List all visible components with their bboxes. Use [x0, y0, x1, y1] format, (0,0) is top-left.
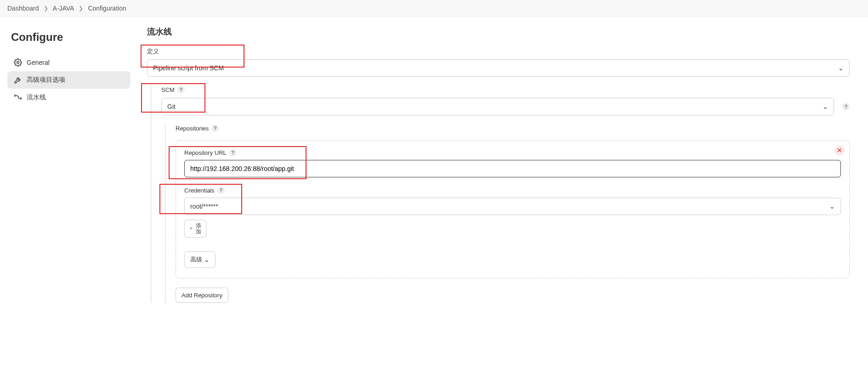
repositories-label: Repositories: [176, 125, 209, 132]
add-repository-button[interactable]: Add Repository: [176, 288, 228, 303]
chevron-down-icon: ⌄: [838, 64, 844, 72]
sidebar-item-label: General: [27, 59, 50, 66]
page-title: Configure: [11, 31, 127, 44]
chevron-down-icon: ⌄: [823, 103, 828, 110]
definition-value: Pipeline script from SCM: [153, 64, 224, 72]
sidebar-item-label: 流水线: [27, 93, 46, 102]
credentials-value: root/******: [190, 203, 218, 210]
breadcrumb-page[interactable]: Configuration: [88, 5, 126, 12]
scm-select[interactable]: Git ⌄: [161, 98, 834, 115]
help-icon[interactable]: ?: [229, 149, 237, 156]
advanced-label: 高级: [190, 255, 202, 264]
help-icon[interactable]: ?: [217, 187, 225, 194]
definition-label: 定义: [147, 47, 850, 56]
sidebar: Configure General 高级项目选项 流水线: [0, 17, 138, 321]
add-credentials-label: 添加: [196, 223, 201, 234]
credentials-label: Credentials: [184, 187, 215, 194]
pipeline-icon: [14, 93, 22, 102]
sidebar-item-advanced[interactable]: 高级项目选项: [7, 71, 130, 89]
gear-icon: [14, 58, 22, 67]
repo-url-label: Repository URL: [184, 149, 227, 156]
chevron-right-icon: ❯: [79, 5, 83, 11]
chevron-right-icon: ❯: [44, 5, 48, 11]
credentials-select[interactable]: root/****** ⌄: [184, 198, 841, 215]
main-content: 流水线 定义 Pipeline script from SCM ⌄ SCM ?: [138, 17, 868, 321]
repo-url-input[interactable]: [184, 160, 841, 177]
add-repository-label: Add Repository: [182, 292, 222, 299]
repository-panel: ✕ Repository URL ? Credentials: [176, 140, 850, 278]
plus-icon: +: [189, 225, 193, 232]
breadcrumb: Dashboard ❯ A-JAVA ❯ Configuration: [0, 0, 868, 17]
breadcrumb-project[interactable]: A-JAVA: [53, 5, 74, 12]
chevron-down-icon: ⌄: [829, 203, 835, 210]
help-icon[interactable]: ?: [842, 103, 850, 110]
definition-select[interactable]: Pipeline script from SCM ⌄: [147, 59, 850, 77]
wrench-icon: [14, 76, 22, 84]
sidebar-item-pipeline[interactable]: 流水线: [7, 89, 130, 106]
add-credentials-button[interactable]: + 添加: [184, 220, 206, 238]
chevron-down-icon: ⌄: [204, 256, 210, 263]
sidebar-item-general[interactable]: General: [7, 54, 130, 71]
scm-value: Git: [167, 103, 176, 110]
sidebar-item-label: 高级项目选项: [27, 76, 65, 84]
help-icon[interactable]: ?: [211, 125, 219, 132]
svg-point-0: [17, 62, 19, 64]
scm-label: SCM: [161, 86, 175, 93]
advanced-toggle-button[interactable]: 高级 ⌄: [184, 251, 216, 268]
breadcrumb-dashboard[interactable]: Dashboard: [7, 5, 39, 12]
help-icon[interactable]: ?: [177, 86, 185, 93]
section-title-pipeline: 流水线: [147, 26, 850, 37]
